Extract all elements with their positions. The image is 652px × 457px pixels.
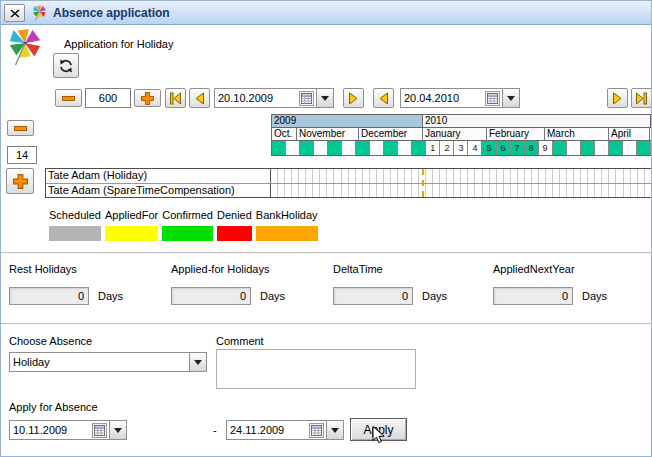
- legend-item: Scheduled: [49, 209, 101, 241]
- month-label: December: [359, 128, 423, 140]
- legend-swatch: [49, 226, 101, 241]
- today-marker: [422, 169, 424, 197]
- date-to-prev-button[interactable]: [373, 88, 394, 108]
- schedule-row-grid[interactable]: [271, 169, 651, 183]
- row-height-input[interactable]: [7, 146, 37, 164]
- summary-field: AppliedNextYearDays: [493, 263, 607, 305]
- date-from-value[interactable]: 20.10.2009: [215, 89, 299, 107]
- date-from-picker[interactable]: 20.10.2009: [214, 88, 334, 108]
- legend-label: AppliedFor: [105, 209, 158, 221]
- plus-icon: [13, 174, 28, 189]
- close-button[interactable]: [4, 4, 25, 22]
- week-cell: [300, 141, 314, 155]
- year-label: 2009: [272, 115, 423, 127]
- calendar-icon[interactable]: [485, 91, 500, 106]
- week-cell: [398, 141, 412, 155]
- titlebar: Absence application: [1, 1, 651, 25]
- month-label: November: [297, 128, 359, 140]
- legend: ScheduledAppliedForConfirmedDeniedBankHo…: [49, 209, 322, 241]
- week-cell: [623, 141, 637, 155]
- schedule-row-label[interactable]: Tate Adam (SpareTimeCompensation): [46, 184, 271, 197]
- schedule-row: Tate Adam (Holiday): [46, 169, 651, 183]
- absence-end-date-picker[interactable]: 24.11.2009: [226, 420, 344, 440]
- application-subtitle: Application for Holiday: [64, 38, 173, 50]
- schedule-row: Tate Adam (SpareTimeCompensation): [46, 183, 651, 197]
- absence-end-date-value[interactable]: 24.11.2009: [227, 421, 309, 439]
- timeline-year-row: 20092010: [272, 115, 651, 128]
- schedule-row-label[interactable]: Tate Adam (Holiday): [46, 169, 271, 183]
- prev-icon: [193, 92, 206, 105]
- next-icon: [611, 92, 624, 105]
- date-from-prev-button[interactable]: [189, 88, 210, 108]
- close-icon: [10, 9, 20, 18]
- date-range-separator: -: [213, 424, 217, 436]
- year-label: 2010: [423, 115, 651, 127]
- decrease-span-button[interactable]: [55, 89, 82, 107]
- summary-value-field: [333, 287, 413, 305]
- first-period-button[interactable]: [165, 88, 186, 108]
- timeline-header: 20092010 Oct.NovemberDecemberJanuaryFebr…: [271, 114, 652, 156]
- calendar-icon[interactable]: [92, 423, 107, 438]
- month-label: February: [487, 128, 545, 140]
- minus-icon: [14, 122, 27, 135]
- plus-icon: [141, 92, 154, 105]
- date-to-next-button[interactable]: [607, 88, 628, 108]
- month-label: April: [609, 128, 650, 140]
- increase-span-button[interactable]: [134, 89, 161, 107]
- minus-icon: [62, 92, 75, 105]
- week-cell: 5: [482, 141, 496, 155]
- date-to-value[interactable]: 20.04.2010: [401, 89, 485, 107]
- week-cell: [609, 141, 623, 155]
- prev-icon: [377, 92, 390, 105]
- absence-application-window: Absence application Application for Holi…: [0, 0, 652, 457]
- comment-input[interactable]: [216, 349, 416, 389]
- next-icon: [347, 92, 360, 105]
- decrease-row-height-button[interactable]: [7, 120, 34, 136]
- legend-item: BankHoliday: [256, 209, 318, 241]
- separator: [1, 252, 652, 254]
- increase-row-height-button[interactable]: [6, 168, 34, 194]
- date-to-picker[interactable]: 20.04.2010: [400, 88, 520, 108]
- last-period-button[interactable]: [631, 88, 652, 108]
- absence-end-dropdown-button[interactable]: [326, 421, 343, 439]
- week-cell: [342, 141, 356, 155]
- calendar-icon[interactable]: [299, 91, 314, 106]
- span-input[interactable]: [85, 88, 131, 108]
- date-to-dropdown-button[interactable]: [502, 89, 519, 107]
- week-cell: [356, 141, 370, 155]
- absence-start-dropdown-button[interactable]: [109, 421, 126, 439]
- timeline-week-row: 123456789: [272, 141, 651, 156]
- schedule-row-grid[interactable]: [271, 184, 651, 197]
- summary-unit: Days: [422, 290, 447, 302]
- absence-type-dropdown-button[interactable]: [189, 353, 206, 371]
- month-label: Oct.: [272, 128, 297, 140]
- cursor-icon: [372, 426, 388, 446]
- week-cell: [595, 141, 609, 155]
- week-cell: 8: [525, 141, 539, 155]
- legend-item: Confirmed: [162, 209, 213, 241]
- week-cell: [581, 141, 595, 155]
- week-cell: [314, 141, 328, 155]
- absence-type-combobox[interactable]: Holiday: [9, 352, 207, 372]
- absence-start-date-picker[interactable]: 10.11.2009: [9, 420, 127, 440]
- first-icon: [169, 92, 182, 105]
- schedule-rows: Tate Adam (Holiday)Tate Adam (SpareTimeC…: [45, 168, 652, 198]
- summary-value-field: [493, 287, 573, 305]
- week-cell: [384, 141, 398, 155]
- absence-start-date-value[interactable]: 10.11.2009: [10, 421, 92, 439]
- summary-field: DeltaTimeDays: [333, 263, 447, 305]
- refresh-button[interactable]: [53, 53, 79, 78]
- summary-unit: Days: [260, 290, 285, 302]
- calendar-icon[interactable]: [309, 423, 324, 438]
- dropdown-icon: [114, 428, 122, 433]
- legend-swatch: [256, 226, 318, 241]
- timeline-month-row: Oct.NovemberDecemberJanuaryFebruaryMarch…: [272, 128, 651, 141]
- date-from-dropdown-button[interactable]: [316, 89, 333, 107]
- legend-item: Denied: [217, 209, 252, 241]
- legend-item: AppliedFor: [105, 209, 158, 241]
- summary-unit: Days: [582, 290, 607, 302]
- week-cell: 4: [468, 141, 482, 155]
- summary-label: DeltaTime: [333, 263, 447, 275]
- absence-type-value[interactable]: Holiday: [10, 353, 189, 371]
- date-from-next-button[interactable]: [343, 88, 364, 108]
